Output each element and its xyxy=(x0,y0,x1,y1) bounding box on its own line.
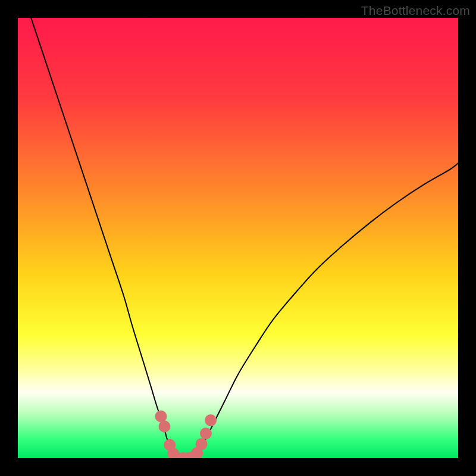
gradient-background xyxy=(18,18,458,458)
marker-dot xyxy=(200,428,212,440)
marker-dot xyxy=(155,411,167,422)
outer-frame: TheBottleneck.com xyxy=(0,0,476,476)
marker-dot xyxy=(205,414,217,426)
marker-dot xyxy=(158,421,170,433)
chart-plot-area xyxy=(18,18,458,458)
chart-svg xyxy=(18,18,458,458)
watermark-text: TheBottleneck.com xyxy=(361,4,470,18)
marker-dot xyxy=(196,438,208,450)
